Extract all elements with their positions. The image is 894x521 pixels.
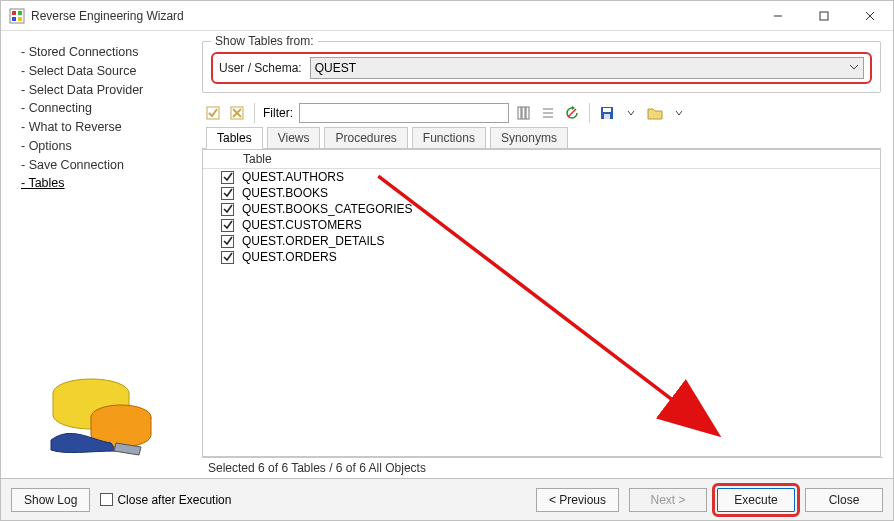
table-row[interactable]: QUEST.BOOKS_CATEGORIES	[203, 201, 880, 217]
titlebar: Reverse Engineering Wizard	[1, 1, 893, 31]
wizard-step[interactable]: - Select Data Source	[21, 62, 202, 81]
main-panel: Show Tables from: User / Schema: QUEST F	[202, 35, 887, 478]
select-all-icon[interactable]	[204, 104, 222, 122]
save-dropdown-icon[interactable]	[622, 104, 640, 122]
filter-input[interactable]	[299, 103, 509, 123]
row-checkbox[interactable]	[221, 219, 234, 232]
row-checkbox[interactable]	[221, 171, 234, 184]
row-checkbox[interactable]	[221, 235, 234, 248]
wizard-step[interactable]: - Stored Connections	[21, 43, 202, 62]
row-name: QUEST.ORDERS	[242, 250, 337, 264]
wizard-step[interactable]: - Select Data Provider	[21, 81, 202, 100]
wizard-step[interactable]: - Options	[21, 137, 202, 156]
close-after-exec-text: Close after Execution	[117, 493, 231, 507]
refresh-icon[interactable]	[563, 104, 581, 122]
svg-line-23	[568, 109, 576, 117]
svg-rect-3	[12, 17, 16, 21]
tables-panel: Table QUEST.AUTHORSQUEST.BOOKSQUEST.BOOK…	[202, 148, 881, 457]
show-tables-group: Show Tables from: User / Schema: QUEST	[202, 41, 881, 93]
maximize-button[interactable]	[801, 1, 847, 31]
wizard-step[interactable]: - Save Connection	[21, 156, 202, 175]
svg-rect-4	[18, 17, 22, 21]
sidebar-illustration	[21, 355, 202, 478]
svg-rect-26	[604, 114, 610, 119]
save-icon[interactable]	[598, 104, 616, 122]
open-folder-icon[interactable]	[646, 104, 664, 122]
table-header-name: Table	[243, 152, 272, 166]
schema-label: User / Schema:	[219, 61, 302, 75]
wizard-step[interactable]: - Connecting	[21, 99, 202, 118]
previous-button[interactable]: < Previous	[536, 488, 619, 512]
wizard-step[interactable]: - What to Reverse	[21, 118, 202, 137]
filter-toolbar: Filter:	[202, 99, 883, 127]
row-checkbox[interactable]	[221, 251, 234, 264]
table-row[interactable]: QUEST.AUTHORS	[203, 169, 880, 185]
schema-value: QUEST	[315, 61, 356, 75]
open-dropdown-icon[interactable]	[670, 104, 688, 122]
tab-procedures[interactable]: Procedures	[324, 127, 407, 149]
show-log-button[interactable]: Show Log	[11, 488, 90, 512]
tab-synonyms[interactable]: Synonyms	[490, 127, 568, 149]
row-name: QUEST.CUSTOMERS	[242, 218, 362, 232]
close-window-button[interactable]	[847, 1, 893, 31]
row-checkbox[interactable]	[221, 203, 234, 216]
close-after-exec-label[interactable]: Close after Execution	[100, 493, 231, 507]
table-row[interactable]: QUEST.BOOKS	[203, 185, 880, 201]
svg-rect-2	[18, 11, 22, 15]
close-button[interactable]: Close	[805, 488, 883, 512]
wizard-sidebar: - Stored Connections- Select Data Source…	[7, 35, 202, 478]
table-row[interactable]: QUEST.CUSTOMERS	[203, 217, 880, 233]
status-bar: Selected 6 of 6 Tables / 6 of 6 All Obje…	[202, 457, 883, 478]
tab-views[interactable]: Views	[267, 127, 321, 149]
tab-functions[interactable]: Functions	[412, 127, 486, 149]
wizard-step: - Tables	[21, 174, 202, 193]
svg-rect-1	[12, 11, 16, 15]
svg-rect-25	[603, 108, 611, 112]
column-options-icon[interactable]	[515, 104, 533, 122]
row-name: QUEST.BOOKS_CATEGORIES	[242, 202, 412, 216]
group-legend: Show Tables from:	[211, 34, 318, 48]
bottom-bar: Show Log Close after Execution < Previou…	[1, 478, 893, 520]
next-button: Next >	[629, 488, 707, 512]
minimize-button[interactable]	[755, 1, 801, 31]
filter-label: Filter:	[263, 106, 293, 120]
row-name: QUEST.ORDER_DETAILS	[242, 234, 384, 248]
svg-rect-17	[522, 107, 525, 119]
svg-rect-16	[518, 107, 521, 119]
table-row[interactable]: QUEST.ORDER_DETAILS	[203, 233, 880, 249]
execute-button[interactable]: Execute	[717, 488, 795, 512]
chevron-down-icon	[849, 61, 859, 75]
row-name: QUEST.AUTHORS	[242, 170, 344, 184]
deselect-all-icon[interactable]	[228, 104, 246, 122]
close-after-exec-checkbox[interactable]	[100, 493, 113, 506]
row-name: QUEST.BOOKS	[242, 186, 328, 200]
window-title: Reverse Engineering Wizard	[31, 9, 755, 23]
table-row[interactable]: QUEST.ORDERS	[203, 249, 880, 265]
schema-select[interactable]: QUEST	[310, 57, 864, 79]
tab-tables[interactable]: Tables	[206, 127, 263, 149]
row-checkbox[interactable]	[221, 187, 234, 200]
app-icon	[9, 8, 25, 24]
svg-rect-18	[526, 107, 529, 119]
svg-rect-6	[820, 12, 828, 20]
list-options-icon[interactable]	[539, 104, 557, 122]
